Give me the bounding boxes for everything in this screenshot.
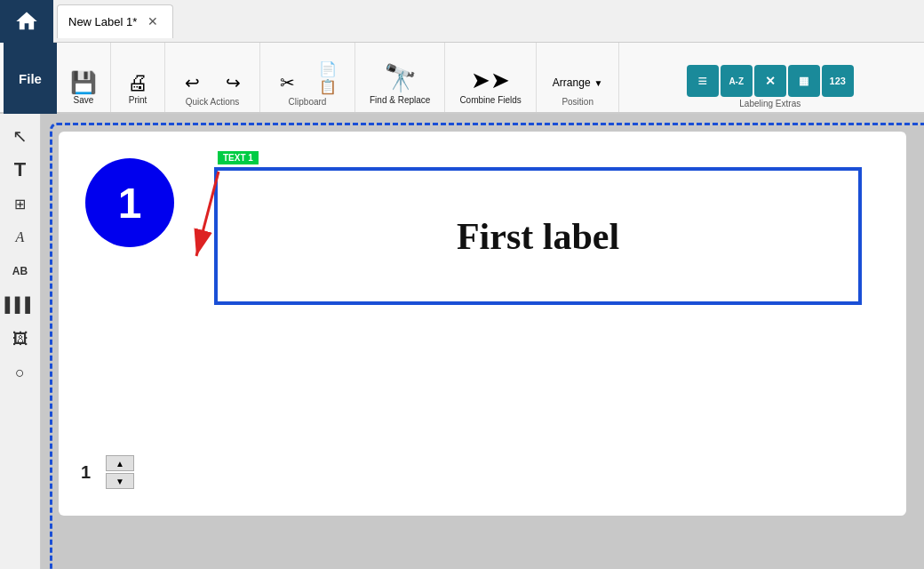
paste-icon: 📋 [319,80,337,94]
find-replace-group: 🔭 Find & Replace [355,43,445,112]
copy-icon: 📄 [319,62,337,76]
clipboard-group: ✂ 📄 📋 Clipboard [260,43,355,112]
find-replace-button[interactable]: 🔭 Find & Replace [362,61,437,108]
grid-extra-button[interactable]: ▦ [788,65,820,97]
x-extra-button[interactable]: ✕ [754,65,786,97]
count-display: 1 [81,462,102,483]
barcode2-tool-button[interactable]: ▌▌▌ [5,290,36,320]
quick-actions-group: ↩ ↪ Quick Actions [165,43,260,112]
count-down-button[interactable]: ▼ [106,473,134,489]
save-button[interactable]: 💾 Save [64,68,103,108]
label-panel: 1 TEXT 1 First label 1 ▲ ▼ [59,132,906,516]
extras-icons-row: ≡ A-Z ✕ ▦ 123 [687,65,854,97]
label-number-circle: 1 [85,158,174,247]
save-group: 💾 Save [57,43,111,112]
az-extra-button[interactable]: A-Z [721,65,753,97]
combine-fields-icon: ➤➤ [471,68,510,92]
address-tool-button[interactable]: AB [5,256,36,286]
redo-button[interactable]: ↪ [213,70,252,95]
label-count-area: 1 ▲ ▼ [81,455,134,489]
find-replace-icon: 🔭 [384,65,417,92]
print-icon: 🖨 [127,72,148,93]
document-tab[interactable]: New Label 1* ✕ [57,4,173,38]
arrange-button[interactable]: Arrange ▼ [544,70,612,95]
text-tool-button[interactable]: T [5,155,36,185]
image-tool-button[interactable]: 🖼 [5,324,36,354]
cut-icon: ✂ [280,74,295,92]
left-toolbar: ↖ T ⊞ A AB ▌▌▌ 🖼 ○ [0,114,41,569]
tab-label: New Label 1* [68,15,137,28]
undo-button[interactable]: ↩ [172,70,211,95]
cut-button[interactable]: ✂ [267,70,307,95]
home-button[interactable] [0,0,53,43]
num-extra-button[interactable]: 123 [822,65,854,97]
label-text-content: First label [457,215,619,258]
shape-tool-button[interactable]: ○ [5,357,36,388]
arrange-chevron-icon: ▼ [594,78,603,88]
file-button[interactable]: File [4,43,57,114]
count-controls: ▲ ▼ [106,455,134,489]
barcode-tool-button[interactable]: ⊞ [5,188,36,219]
select-tool-button[interactable]: ↖ [5,121,36,151]
print-button[interactable]: 🖨 Print [118,68,157,108]
undo-icon: ↩ [185,74,200,92]
count-up-button[interactable]: ▲ [106,455,134,471]
labeling-extras-group: ≡ A-Z ✕ ▦ 123 Labeling Extras [619,43,920,112]
arc-text-tool-button[interactable]: A [5,222,36,252]
position-group: Arrange ▼ Position [537,43,620,112]
combine-fields-button[interactable]: ➤➤ Combine Fields [452,65,528,108]
redo-icon: ↪ [226,74,241,92]
combine-fields-group: ➤➤ Combine Fields [445,43,536,112]
close-tab-button[interactable]: ✕ [144,12,162,30]
text-box[interactable]: TEXT 1 First label [214,167,862,305]
print-group: 🖨 Print [111,43,165,112]
copy-button[interactable]: 📄 [308,61,347,77]
db-extra-button[interactable]: ≡ [687,65,719,97]
text-tag: TEXT 1 [218,151,259,164]
save-icon: 💾 [70,72,97,93]
paste-button[interactable]: 📋 [308,79,347,95]
canvas-area: 1 TEXT 1 First label 1 ▲ ▼ [41,114,924,569]
